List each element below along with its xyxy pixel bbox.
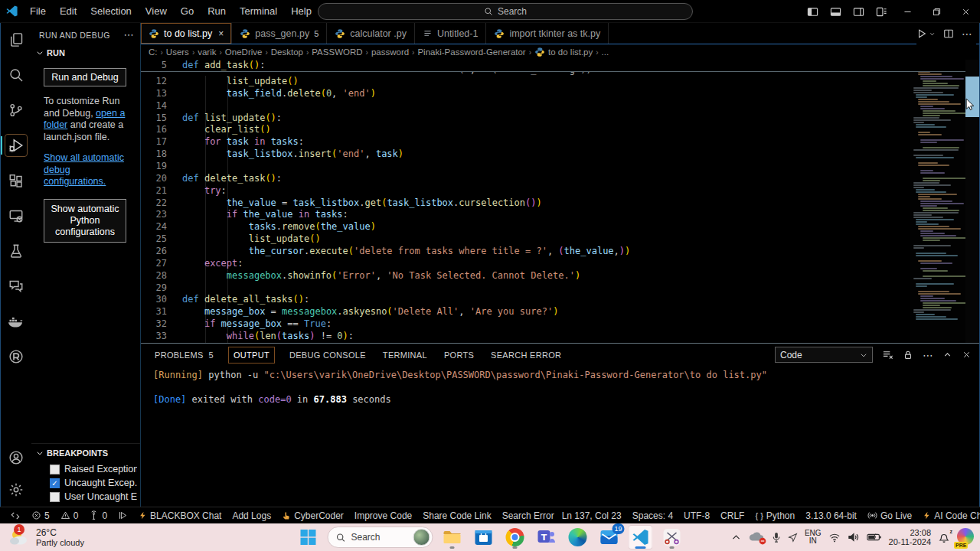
- menu-run[interactable]: Run: [201, 0, 233, 23]
- start-button[interactable]: [296, 525, 321, 549]
- status-add-logs[interactable]: Add Logs: [228, 507, 275, 524]
- menu-file[interactable]: File: [23, 0, 53, 23]
- wifi-icon[interactable]: [828, 533, 841, 543]
- status-remote-status[interactable]: [6, 507, 24, 524]
- maximize-panel-icon[interactable]: [942, 350, 952, 360]
- show-python-configs-button[interactable]: Show automatic Python configurations: [44, 199, 126, 243]
- panel-tab-debug-console[interactable]: DEBUG CONSOLE: [288, 347, 368, 363]
- taskbar-vscode[interactable]: [629, 525, 653, 549]
- clock[interactable]: 23:08 20-11-2024: [889, 528, 931, 546]
- more-actions-icon[interactable]: ⋯: [962, 28, 973, 40]
- activity-r-language[interactable]: [5, 346, 27, 367]
- breadcrumb-item[interactable]: Users: [166, 47, 189, 57]
- output-console[interactable]: [Running] python -u "c:\Users\varik\OneD…: [141, 367, 979, 406]
- show-debug-configs-link[interactable]: Show all automatic debug configurations.: [31, 143, 140, 188]
- status-indentation[interactable]: Spaces: 4: [629, 507, 677, 524]
- breadcrumb-file[interactable]: to do list.py: [548, 47, 593, 57]
- notification-bell-icon[interactable]: z: [938, 531, 950, 543]
- status-eol[interactable]: CRLF: [717, 507, 748, 524]
- status-search-error[interactable]: Search Error: [498, 507, 558, 524]
- breakpoint-item[interactable]: ✓Uncaught Excep...: [31, 476, 140, 490]
- taskbar-chrome[interactable]: [503, 525, 528, 549]
- tab-to-do-list-py[interactable]: to do list.py×: [141, 23, 232, 44]
- breadcrumb-item[interactable]: password: [371, 47, 409, 57]
- sticky-scroll-line[interactable]: 5def add_task():: [141, 60, 979, 72]
- split-editor-icon[interactable]: [943, 28, 954, 39]
- status-improve-code[interactable]: Improve Code: [351, 507, 416, 524]
- command-center-search[interactable]: Search: [318, 3, 693, 20]
- status-ai-code-chat[interactable]: AI Code Chat: [919, 507, 980, 524]
- close-panel-icon[interactable]: [962, 350, 972, 360]
- menu-go[interactable]: Go: [174, 0, 201, 23]
- toggle-panel-icon[interactable]: [824, 0, 847, 23]
- panel-tab-search-error[interactable]: SEARCH ERROR: [489, 347, 563, 363]
- menu-view[interactable]: View: [139, 0, 174, 23]
- status-go-live[interactable]: Go Live: [864, 507, 916, 524]
- status-debug-status[interactable]: [114, 507, 132, 524]
- breakpoints-header[interactable]: BREAKPOINTS: [31, 444, 140, 462]
- output-channel-dropdown[interactable]: Code: [775, 347, 873, 363]
- minimap[interactable]: [910, 60, 965, 341]
- volume-icon[interactable]: [848, 532, 860, 543]
- toggle-secondary-sidebar-icon[interactable]: [847, 0, 870, 23]
- panel-tab-ports[interactable]: PORTS: [443, 347, 475, 363]
- status-errors[interactable]: 5: [28, 507, 54, 524]
- activity-settings[interactable]: [5, 479, 27, 500]
- run-and-debug-button[interactable]: Run and Debug: [44, 68, 126, 86]
- more-actions-icon[interactable]: ⋯: [124, 29, 134, 41]
- status-cybercoder[interactable]: CyberCoder: [278, 507, 348, 524]
- activity-docker[interactable]: [5, 311, 27, 332]
- breakpoint-item[interactable]: Raised Exceptions: [31, 462, 140, 476]
- minimize-button[interactable]: [893, 0, 922, 23]
- taskbar-teams[interactable]: T: [534, 525, 559, 549]
- checkbox[interactable]: [50, 492, 60, 502]
- breadcrumb-more[interactable]: ...: [602, 47, 609, 57]
- status-ports-forwarded[interactable]: 0: [85, 507, 111, 524]
- breadcrumb-item[interactable]: PASSWORD: [312, 47, 362, 57]
- status-cursor-position[interactable]: Ln 137, Col 23: [558, 507, 626, 524]
- more-actions-icon[interactable]: ⋯: [923, 349, 933, 361]
- close-button[interactable]: [951, 0, 980, 23]
- breadcrumb-item[interactable]: Pinaki-Password-Generator: [417, 47, 525, 57]
- microphone-icon[interactable]: [772, 532, 781, 543]
- taskbar-file-explorer[interactable]: [440, 525, 465, 549]
- menu-help[interactable]: Help: [284, 0, 318, 23]
- breadcrumb-item[interactable]: OneDrive: [225, 47, 263, 57]
- battery-icon[interactable]: [867, 533, 882, 542]
- menu-edit[interactable]: Edit: [53, 0, 83, 23]
- activity-search[interactable]: [5, 64, 27, 86]
- status-warnings[interactable]: 0: [57, 507, 83, 524]
- status-share-code-link[interactable]: Share Code Link: [419, 507, 495, 524]
- menu-selection[interactable]: Selection: [83, 0, 138, 23]
- checkbox[interactable]: [50, 465, 60, 474]
- activity-extensions[interactable]: [5, 170, 27, 191]
- tab-pass-gen-py[interactable]: pass_gen.py5: [232, 23, 327, 44]
- activity-testing[interactable]: [5, 240, 27, 262]
- breakpoint-item[interactable]: User Uncaught E...: [31, 490, 140, 504]
- clear-output-icon[interactable]: [882, 349, 893, 360]
- taskbar-search[interactable]: Search: [328, 527, 433, 548]
- activity-remote-explorer[interactable]: [5, 205, 27, 227]
- taskbar-microsoft-store[interactable]: [472, 525, 496, 549]
- onedrive-paused-icon[interactable]: [748, 531, 765, 543]
- breadcrumb-item[interactable]: varik: [198, 47, 216, 57]
- customize-layout-icon[interactable]: [870, 0, 893, 23]
- activity-chat[interactable]: [5, 276, 27, 297]
- run-python-file-button[interactable]: [916, 28, 936, 39]
- tab-calculator-py[interactable]: calculator .py: [327, 23, 415, 44]
- taskbar-snipping-tool[interactable]: [660, 525, 684, 549]
- status-blackbox-chat[interactable]: BLACKBOX Chat: [135, 507, 225, 524]
- status-language-mode[interactable]: { }Python: [751, 507, 799, 524]
- status-python-version[interactable]: 3.13.0 64-bit: [802, 507, 861, 524]
- panel-tab-problems[interactable]: PROBLEMS5: [153, 347, 215, 363]
- hidden-icons-chevron[interactable]: [731, 533, 741, 543]
- breadcrumb-item[interactable]: Desktop: [271, 47, 303, 57]
- restore-button[interactable]: [922, 0, 951, 23]
- activity-source-control[interactable]: [5, 99, 27, 121]
- activity-accounts[interactable]: [5, 447, 27, 468]
- location-icon[interactable]: [788, 533, 798, 543]
- taskbar-edge[interactable]: [566, 525, 590, 549]
- scrollbar-thumb[interactable]: [965, 77, 979, 117]
- language-indicator[interactable]: ENG IN: [805, 530, 822, 545]
- run-section-header[interactable]: RUN: [31, 44, 140, 62]
